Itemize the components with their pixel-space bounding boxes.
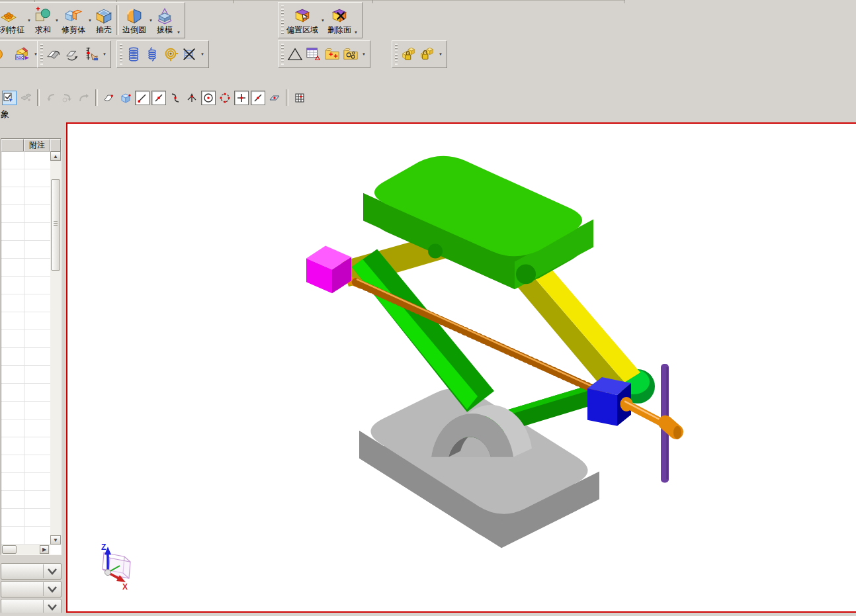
graphics-viewport[interactable]: Z X — [66, 122, 856, 613]
offset-region-dropdown[interactable]: ▼ — [320, 19, 326, 22]
draft-dropdown[interactable]: ▼ — [175, 30, 182, 37]
horizontal-scroll-thumb[interactable] — [2, 545, 17, 554]
clipped-button[interactable] — [0, 46, 13, 63]
trim-body-dropdown[interactable]: ▼ — [87, 19, 93, 22]
unite-icon — [34, 7, 52, 25]
delete-spring-icon — [181, 46, 197, 62]
vertical-scrollbar[interactable]: ▲ ▼ — [50, 152, 61, 545]
toolbar-grip[interactable] — [281, 5, 284, 35]
toolbar-grip[interactable] — [395, 44, 398, 65]
snap-point-icon — [235, 92, 247, 104]
undo-bend-button[interactable] — [77, 91, 91, 105]
vertical-scroll-thumb[interactable] — [51, 179, 60, 271]
slider-cube-magenta[interactable] — [306, 245, 351, 293]
undo-left-icon — [45, 92, 57, 104]
toolbar-separator — [95, 89, 98, 106]
reface-icon — [65, 46, 81, 62]
snap-tangent-icon — [169, 92, 181, 104]
horizontal-scrollbar[interactable]: ▶ — [1, 545, 50, 554]
offset-region-button[interactable]: 偏置区域 — [286, 7, 318, 34]
orientation-triad[interactable]: Z X — [101, 543, 130, 592]
folders-dropdown[interactable]: ▼ — [361, 52, 367, 56]
notes-table-body[interactable] — [1, 152, 50, 545]
toolbar-row-tools: ABC▼▼▼▼▼ — [0, 40, 856, 68]
notes-table-header: 附注 — [1, 139, 61, 152]
unite-dropdown[interactable]: ▼ — [54, 19, 60, 22]
spring-dropdown[interactable]: ▼ — [199, 52, 206, 56]
lock-boxes-alt-button[interactable] — [419, 46, 436, 63]
undo-right-button[interactable] — [60, 91, 75, 105]
toolbar-panel: ▼ — [278, 40, 370, 68]
model-canvas[interactable]: Z X — [67, 124, 856, 611]
collapsed-section-1[interactable] — [1, 563, 62, 580]
snap-center-button[interactable] — [201, 91, 216, 105]
snap-oncurve-button[interactable] — [251, 91, 265, 105]
measure-dropdown[interactable]: ▼ — [101, 52, 108, 56]
notes-table[interactable]: 附注 ▲ ▼ ▶ — [1, 138, 62, 555]
note-column-header[interactable]: 附注 — [24, 139, 50, 152]
toolbar-panel: ▼ — [37, 40, 111, 68]
shell-button[interactable]: 抽壳 — [95, 7, 113, 34]
toolbar-grip[interactable] — [40, 44, 43, 65]
reface-button[interactable] — [64, 46, 81, 63]
compression-spring-icon — [126, 46, 142, 62]
svg-text:ABC: ABC — [16, 56, 24, 60]
folder-circles-button[interactable] — [342, 46, 359, 63]
collapsed-section-2[interactable] — [1, 581, 62, 597]
toolbar-grip[interactable] — [281, 44, 284, 65]
triangle-button[interactable] — [286, 46, 304, 63]
trim-body-button[interactable]: 修剪体 — [62, 7, 85, 34]
pattern-feature-icon — [0, 7, 18, 25]
extension-spring-button[interactable] — [144, 46, 161, 63]
face-soft-button[interactable] — [102, 91, 116, 105]
draft-button[interactable]: 拔模 — [155, 7, 174, 34]
face-cube-button[interactable] — [118, 91, 133, 105]
folder-points-icon — [324, 46, 340, 62]
snap-point-button[interactable] — [234, 91, 249, 105]
handle-shaft[interactable] — [621, 397, 682, 439]
chevron-down-icon[interactable] — [43, 582, 60, 596]
delete-face-dropdown[interactable]: ▼ — [353, 30, 359, 37]
chevron-down-icon[interactable] — [43, 564, 60, 578]
torsion-spring-button[interactable] — [162, 46, 179, 63]
undo-left-button[interactable] — [44, 91, 58, 105]
snap-pair-button[interactable] — [19, 91, 33, 105]
toolbar-grip[interactable] — [120, 44, 122, 65]
unite-button[interactable]: 求和 — [34, 7, 52, 34]
window-top-edge — [0, 0, 625, 1]
snap-onface-button[interactable] — [267, 91, 282, 105]
plate-lug-left — [428, 244, 443, 259]
snap-quadrant-button[interactable] — [218, 91, 232, 105]
folder-points-button[interactable] — [323, 46, 341, 63]
shell-icon — [95, 7, 113, 25]
chevron-down-icon[interactable] — [43, 600, 60, 614]
note-button[interactable]: ABC — [14, 46, 31, 63]
edge-blend-button[interactable]: 边倒圆 — [122, 7, 146, 34]
lock-boxes-button[interactable] — [400, 46, 417, 63]
scroll-right-button[interactable]: ▶ — [40, 545, 49, 554]
snap-onface-icon — [269, 92, 280, 104]
snap-grid-button[interactable] — [292, 91, 307, 105]
delete-face-button[interactable]: 删除面 — [327, 7, 351, 34]
lock-dropdown[interactable]: ▼ — [437, 52, 444, 56]
toolbar-panel: 偏置区域▼删除面▼ — [278, 2, 363, 38]
chamfer-face-button[interactable] — [46, 46, 63, 63]
pattern-feature-button[interactable]: 阵列特征 — [0, 7, 24, 34]
snap-midpoint-button[interactable] — [151, 91, 166, 105]
snap-enable-toggle[interactable] — [2, 91, 17, 105]
edge-blend-dropdown[interactable]: ▼ — [148, 19, 154, 22]
scroll-down-button[interactable]: ▼ — [50, 535, 61, 545]
snap-endpoint-button[interactable] — [135, 91, 150, 105]
scroll-up-button[interactable]: ▲ — [50, 152, 61, 161]
torsion-spring-icon — [163, 46, 179, 62]
extension-spring-icon — [144, 46, 160, 62]
snap-tangent-button[interactable] — [168, 91, 183, 105]
blank-column-header[interactable] — [1, 139, 24, 152]
delete-spring-button[interactable] — [181, 46, 198, 63]
pattern-feature-dropdown[interactable]: ▼ — [26, 19, 32, 22]
compression-spring-button[interactable] — [125, 46, 142, 63]
measure-button[interactable] — [83, 46, 100, 63]
undo-bend-icon — [78, 92, 90, 104]
snap-vertex-button[interactable] — [185, 91, 199, 105]
sheet-button[interactable] — [305, 46, 322, 63]
